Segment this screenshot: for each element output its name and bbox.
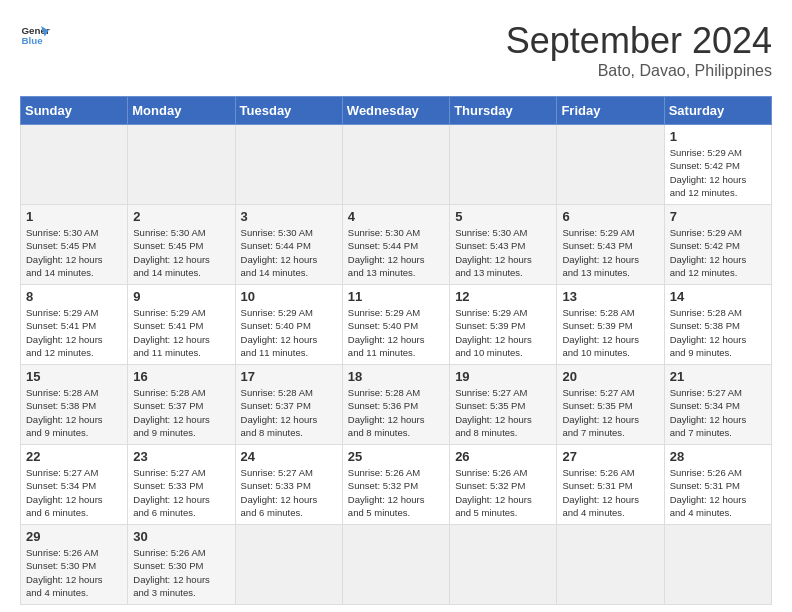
day-number: 1 bbox=[670, 129, 766, 144]
day-info: Sunrise: 5:27 AM Sunset: 5:34 PM Dayligh… bbox=[26, 466, 122, 519]
day-number: 26 bbox=[455, 449, 551, 464]
week-row-6: 29Sunrise: 5:26 AM Sunset: 5:30 PM Dayli… bbox=[21, 525, 772, 605]
day-number: 17 bbox=[241, 369, 337, 384]
day-number: 19 bbox=[455, 369, 551, 384]
svg-text:Blue: Blue bbox=[22, 35, 44, 46]
calendar-cell bbox=[557, 525, 664, 605]
location-subtitle: Bato, Davao, Philippines bbox=[506, 62, 772, 80]
calendar-cell: 17Sunrise: 5:28 AM Sunset: 5:37 PM Dayli… bbox=[235, 365, 342, 445]
day-number: 7 bbox=[670, 209, 766, 224]
day-info: Sunrise: 5:28 AM Sunset: 5:37 PM Dayligh… bbox=[133, 386, 229, 439]
calendar-cell: 22Sunrise: 5:27 AM Sunset: 5:34 PM Dayli… bbox=[21, 445, 128, 525]
calendar-cell: 25Sunrise: 5:26 AM Sunset: 5:32 PM Dayli… bbox=[342, 445, 449, 525]
day-info: Sunrise: 5:29 AM Sunset: 5:39 PM Dayligh… bbox=[455, 306, 551, 359]
day-number: 28 bbox=[670, 449, 766, 464]
calendar-cell: 8Sunrise: 5:29 AM Sunset: 5:41 PM Daylig… bbox=[21, 285, 128, 365]
calendar-table: SundayMondayTuesdayWednesdayThursdayFrid… bbox=[20, 96, 772, 605]
header-friday: Friday bbox=[557, 97, 664, 125]
day-number: 10 bbox=[241, 289, 337, 304]
day-info: Sunrise: 5:27 AM Sunset: 5:35 PM Dayligh… bbox=[562, 386, 658, 439]
week-row-1: 1Sunrise: 5:29 AM Sunset: 5:42 PM Daylig… bbox=[21, 125, 772, 205]
day-number: 11 bbox=[348, 289, 444, 304]
day-number: 4 bbox=[348, 209, 444, 224]
day-info: Sunrise: 5:29 AM Sunset: 5:42 PM Dayligh… bbox=[670, 226, 766, 279]
day-info: Sunrise: 5:28 AM Sunset: 5:39 PM Dayligh… bbox=[562, 306, 658, 359]
header-monday: Monday bbox=[128, 97, 235, 125]
day-info: Sunrise: 5:27 AM Sunset: 5:33 PM Dayligh… bbox=[241, 466, 337, 519]
calendar-cell: 15Sunrise: 5:28 AM Sunset: 5:38 PM Dayli… bbox=[21, 365, 128, 445]
day-number: 14 bbox=[670, 289, 766, 304]
day-number: 15 bbox=[26, 369, 122, 384]
calendar-cell: 27Sunrise: 5:26 AM Sunset: 5:31 PM Dayli… bbox=[557, 445, 664, 525]
calendar-cell: 19Sunrise: 5:27 AM Sunset: 5:35 PM Dayli… bbox=[450, 365, 557, 445]
day-info: Sunrise: 5:30 AM Sunset: 5:44 PM Dayligh… bbox=[241, 226, 337, 279]
day-info: Sunrise: 5:28 AM Sunset: 5:37 PM Dayligh… bbox=[241, 386, 337, 439]
calendar-cell: 30Sunrise: 5:26 AM Sunset: 5:30 PM Dayli… bbox=[128, 525, 235, 605]
week-row-5: 22Sunrise: 5:27 AM Sunset: 5:34 PM Dayli… bbox=[21, 445, 772, 525]
day-number: 8 bbox=[26, 289, 122, 304]
header-row: SundayMondayTuesdayWednesdayThursdayFrid… bbox=[21, 97, 772, 125]
calendar-cell bbox=[235, 125, 342, 205]
day-number: 27 bbox=[562, 449, 658, 464]
calendar-cell: 18Sunrise: 5:28 AM Sunset: 5:36 PM Dayli… bbox=[342, 365, 449, 445]
calendar-cell: 1Sunrise: 5:30 AM Sunset: 5:45 PM Daylig… bbox=[21, 205, 128, 285]
week-row-2: 1Sunrise: 5:30 AM Sunset: 5:45 PM Daylig… bbox=[21, 205, 772, 285]
day-info: Sunrise: 5:29 AM Sunset: 5:43 PM Dayligh… bbox=[562, 226, 658, 279]
day-info: Sunrise: 5:30 AM Sunset: 5:45 PM Dayligh… bbox=[133, 226, 229, 279]
calendar-cell: 6Sunrise: 5:29 AM Sunset: 5:43 PM Daylig… bbox=[557, 205, 664, 285]
calendar-cell bbox=[21, 125, 128, 205]
day-info: Sunrise: 5:29 AM Sunset: 5:41 PM Dayligh… bbox=[133, 306, 229, 359]
calendar-cell: 2Sunrise: 5:30 AM Sunset: 5:45 PM Daylig… bbox=[128, 205, 235, 285]
calendar-cell bbox=[450, 525, 557, 605]
day-info: Sunrise: 5:27 AM Sunset: 5:35 PM Dayligh… bbox=[455, 386, 551, 439]
day-info: Sunrise: 5:26 AM Sunset: 5:32 PM Dayligh… bbox=[348, 466, 444, 519]
day-info: Sunrise: 5:27 AM Sunset: 5:33 PM Dayligh… bbox=[133, 466, 229, 519]
day-number: 16 bbox=[133, 369, 229, 384]
calendar-cell: 28Sunrise: 5:26 AM Sunset: 5:31 PM Dayli… bbox=[664, 445, 771, 525]
calendar-cell: 3Sunrise: 5:30 AM Sunset: 5:44 PM Daylig… bbox=[235, 205, 342, 285]
logo-icon: General Blue bbox=[20, 20, 50, 50]
logo: General Blue bbox=[20, 20, 50, 50]
day-info: Sunrise: 5:29 AM Sunset: 5:42 PM Dayligh… bbox=[670, 146, 766, 199]
day-number: 29 bbox=[26, 529, 122, 544]
day-number: 1 bbox=[26, 209, 122, 224]
calendar-cell bbox=[342, 525, 449, 605]
header-tuesday: Tuesday bbox=[235, 97, 342, 125]
day-number: 24 bbox=[241, 449, 337, 464]
week-row-3: 8Sunrise: 5:29 AM Sunset: 5:41 PM Daylig… bbox=[21, 285, 772, 365]
day-number: 5 bbox=[455, 209, 551, 224]
header-sunday: Sunday bbox=[21, 97, 128, 125]
calendar-cell bbox=[664, 525, 771, 605]
calendar-cell: 16Sunrise: 5:28 AM Sunset: 5:37 PM Dayli… bbox=[128, 365, 235, 445]
day-info: Sunrise: 5:27 AM Sunset: 5:34 PM Dayligh… bbox=[670, 386, 766, 439]
day-info: Sunrise: 5:28 AM Sunset: 5:36 PM Dayligh… bbox=[348, 386, 444, 439]
day-number: 30 bbox=[133, 529, 229, 544]
day-info: Sunrise: 5:30 AM Sunset: 5:45 PM Dayligh… bbox=[26, 226, 122, 279]
day-number: 25 bbox=[348, 449, 444, 464]
day-info: Sunrise: 5:30 AM Sunset: 5:43 PM Dayligh… bbox=[455, 226, 551, 279]
calendar-cell bbox=[450, 125, 557, 205]
week-row-4: 15Sunrise: 5:28 AM Sunset: 5:38 PM Dayli… bbox=[21, 365, 772, 445]
calendar-cell: 11Sunrise: 5:29 AM Sunset: 5:40 PM Dayli… bbox=[342, 285, 449, 365]
calendar-cell: 26Sunrise: 5:26 AM Sunset: 5:32 PM Dayli… bbox=[450, 445, 557, 525]
day-number: 12 bbox=[455, 289, 551, 304]
day-info: Sunrise: 5:30 AM Sunset: 5:44 PM Dayligh… bbox=[348, 226, 444, 279]
calendar-cell: 23Sunrise: 5:27 AM Sunset: 5:33 PM Dayli… bbox=[128, 445, 235, 525]
calendar-cell: 5Sunrise: 5:30 AM Sunset: 5:43 PM Daylig… bbox=[450, 205, 557, 285]
day-info: Sunrise: 5:29 AM Sunset: 5:41 PM Dayligh… bbox=[26, 306, 122, 359]
day-number: 2 bbox=[133, 209, 229, 224]
calendar-cell bbox=[342, 125, 449, 205]
calendar-cell: 24Sunrise: 5:27 AM Sunset: 5:33 PM Dayli… bbox=[235, 445, 342, 525]
header-saturday: Saturday bbox=[664, 97, 771, 125]
day-number: 6 bbox=[562, 209, 658, 224]
day-number: 23 bbox=[133, 449, 229, 464]
calendar-header: SundayMondayTuesdayWednesdayThursdayFrid… bbox=[21, 97, 772, 125]
day-number: 18 bbox=[348, 369, 444, 384]
calendar-cell: 13Sunrise: 5:28 AM Sunset: 5:39 PM Dayli… bbox=[557, 285, 664, 365]
title-block: September 2024 Bato, Davao, Philippines bbox=[506, 20, 772, 80]
day-number: 13 bbox=[562, 289, 658, 304]
day-number: 3 bbox=[241, 209, 337, 224]
day-number: 20 bbox=[562, 369, 658, 384]
day-number: 21 bbox=[670, 369, 766, 384]
day-number: 9 bbox=[133, 289, 229, 304]
